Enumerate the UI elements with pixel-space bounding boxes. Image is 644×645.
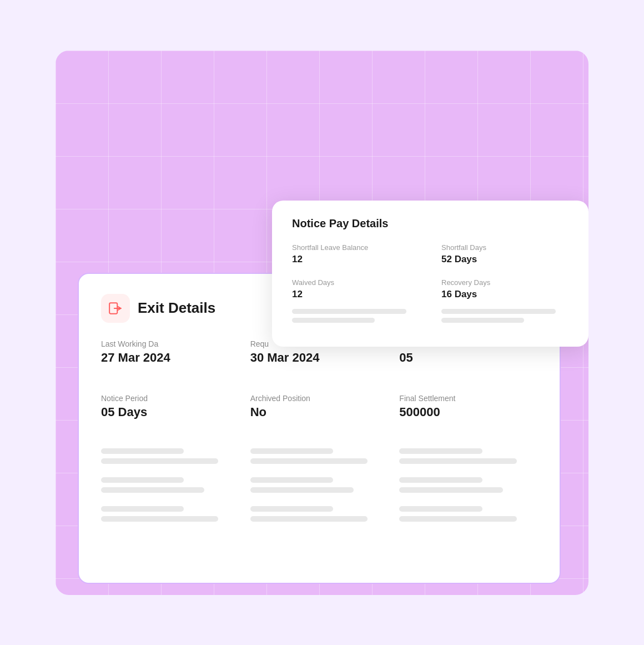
skeleton-col-3 xyxy=(399,448,537,535)
exit-field-notice-period: Notice Period 05 Days xyxy=(101,394,239,419)
skeleton-line xyxy=(250,516,368,522)
outer-container: Exit Details Last Working Da 27 Mar 2024… xyxy=(56,51,588,595)
notice-field-shortfall-leave: Shortfall Leave Balance 12 xyxy=(292,243,419,265)
skeleton-line xyxy=(250,506,333,512)
notice-card-title: Notice Pay Details xyxy=(292,217,568,230)
skeleton-line xyxy=(292,318,375,323)
skeleton-group-2c xyxy=(250,506,389,526)
notice-field-shortfall-days: Shortfall Days 52 Days xyxy=(441,243,568,265)
shortfall-days-value: 52 Days xyxy=(441,254,568,265)
skeleton-line xyxy=(101,448,184,454)
final-settlement-label: Final Settlement xyxy=(399,394,537,403)
skeleton-group-3a xyxy=(399,448,537,468)
skeleton-group-1c xyxy=(101,506,239,526)
notice-skel-col-2 xyxy=(441,309,568,327)
skeleton-group-1b xyxy=(101,477,239,497)
notice-skeleton-section xyxy=(292,309,568,327)
skeleton-line xyxy=(250,448,333,454)
archived-position-label: Archived Position xyxy=(250,394,389,403)
notice-field-recovery-days: Recovery Days 16 Days xyxy=(441,278,568,300)
final-settlement-value: 500000 xyxy=(399,405,537,419)
shortfall-days-label: Shortfall Days xyxy=(441,243,568,252)
skeleton-group-3c xyxy=(399,506,537,526)
exit-fields-row2: Notice Period 05 Days Archived Position … xyxy=(101,394,537,435)
recovery-days-label: Recovery Days xyxy=(441,278,568,287)
skeleton-line xyxy=(399,448,482,454)
notice-period-value: 05 Days xyxy=(101,405,239,419)
days-value: 05 xyxy=(399,351,537,365)
skeleton-line xyxy=(101,458,218,464)
skeleton-col-2 xyxy=(250,448,389,535)
skeleton-line xyxy=(441,309,556,314)
notice-period-label: Notice Period xyxy=(101,394,239,403)
shortfall-leave-value: 12 xyxy=(292,254,419,265)
notice-pay-details-card: Notice Pay Details Shortfall Leave Balan… xyxy=(272,201,588,347)
skeleton-line xyxy=(101,477,184,483)
shortfall-leave-label: Shortfall Leave Balance xyxy=(292,243,419,252)
skeleton-line xyxy=(399,516,516,522)
skeleton-group-2a xyxy=(250,448,389,468)
notice-fields-grid: Shortfall Leave Balance 12 Shortfall Day… xyxy=(292,243,568,300)
exit-field-last-working-day: Last Working Da 27 Mar 2024 xyxy=(101,339,239,365)
skeleton-line xyxy=(399,477,482,483)
notice-skeleton-grid xyxy=(292,309,568,327)
skeleton-line xyxy=(101,516,218,522)
exit-arrow-icon xyxy=(108,301,123,316)
skeleton-line xyxy=(101,487,204,493)
skeleton-line xyxy=(399,487,503,493)
skeleton-line xyxy=(101,506,184,512)
skeleton-group-2b xyxy=(250,477,389,497)
skeleton-col-1 xyxy=(101,448,239,535)
skeleton-line xyxy=(250,487,354,493)
exit-field-final-settlement: Final Settlement 500000 xyxy=(399,394,537,419)
skeleton-line xyxy=(399,506,482,512)
exit-skeleton-section xyxy=(101,448,537,535)
skeleton-line xyxy=(292,309,406,314)
skeleton-group-3b xyxy=(399,477,537,497)
skeleton-line xyxy=(250,458,368,464)
exit-field-archived-position: Archived Position No xyxy=(250,394,389,419)
exit-icon-wrapper xyxy=(101,294,130,323)
notice-field-waived-days: Waived Days 12 xyxy=(292,278,419,300)
archived-position-value: No xyxy=(250,405,389,419)
skeleton-line xyxy=(399,458,516,464)
exit-card-title: Exit Details xyxy=(138,299,215,317)
notice-skel-col-1 xyxy=(292,309,419,327)
recovery-days-value: 16 Days xyxy=(441,289,568,300)
waived-days-value: 12 xyxy=(292,289,419,300)
waived-days-label: Waived Days xyxy=(292,278,419,287)
request-date-value: 30 Mar 2024 xyxy=(250,351,389,365)
skeleton-line xyxy=(250,477,333,483)
last-working-day-value: 27 Mar 2024 xyxy=(101,351,239,365)
skeleton-line xyxy=(441,318,524,323)
skeleton-group-1a xyxy=(101,448,239,468)
last-working-day-label: Last Working Da xyxy=(101,339,239,348)
